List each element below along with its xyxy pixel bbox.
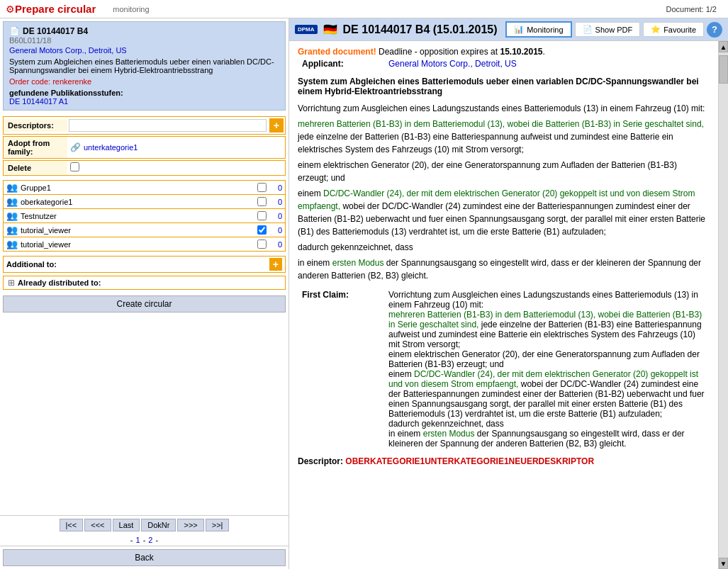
last-button[interactable]: Last [113, 519, 140, 531]
fc-para-1: Vorrichtung zum Ausgleichen eines Ladung… [388, 290, 705, 310]
applicant-link[interactable]: General Motors Corp., Detroit, US [388, 59, 517, 69]
first-page-button[interactable]: |<< [60, 519, 84, 531]
fc-para-2: mehreren Batterien (B1-B3) in dem Batter… [388, 310, 705, 349]
group-count-3: 0 [271, 226, 282, 235]
period-after-date: . [543, 47, 545, 57]
group-check-0[interactable] [257, 183, 267, 192]
expand-icon[interactable]: ⊞ [8, 278, 15, 288]
scroll-up-button[interactable]: ▲ [719, 41, 728, 52]
group-row-4: 👥 tutorial_viewer 0 [4, 237, 285, 251]
groups-table: 👥 Gruppe1 0 👥 oberkategorie1 0 👥 Testnut… [3, 180, 286, 252]
fc-dcdc-highlight: DC/DC-Wandler (24), der mit dem elektris… [388, 369, 698, 389]
group-icon-1: 👥 [6, 196, 18, 207]
dcdc-highlight: DC/DC-Wandler (24), der mit dem elektris… [298, 188, 695, 211]
main-container: ⚙ Prepare circular monitoring Document: … [0, 0, 728, 569]
body-split: 📄 DE 10144017 B4 B60L011/18 General Moto… [0, 18, 728, 569]
patent-card-title: 📄 DE 10144017 B4 [9, 26, 279, 36]
first-claim-content: Vorrichtung zum Ausgleichen eines Ladung… [386, 289, 708, 449]
first-claim-row: First Claim: Vorrichtung zum Ausgleichen… [299, 289, 708, 449]
company-link[interactable]: General Motors Corp., Detroit, US [9, 46, 279, 55]
body-para-3: einem elektrischen Generator (20), der e… [298, 159, 710, 184]
group-icon-3: 👥 [6, 225, 18, 235]
delete-check-area [67, 161, 285, 175]
favourite-button[interactable]: ⭐ Favourite [643, 22, 704, 37]
app-title: Prepare circular [15, 3, 96, 15]
page-sep-dash3: - [155, 536, 158, 544]
order-code-row: Order code: renkerenke [9, 77, 279, 86]
group-check-2[interactable] [257, 211, 267, 220]
deadline-date: 15.10.2015 [500, 47, 542, 57]
app-header: ⚙ Prepare circular monitoring Document: … [0, 0, 728, 18]
fc-para-4: einem DC/DC-Wandler (24), der mit dem el… [388, 369, 705, 419]
adopt-row: Adopt from family: 🔗 unterkategorie1 [3, 136, 286, 159]
pdf-icon: 📄 [583, 25, 593, 34]
descriptors-input-area [67, 118, 268, 133]
additional-to-label: Additional to: [6, 260, 269, 269]
monitoring-button[interactable]: 📊 Monitoring [505, 21, 571, 38]
prev-page-button[interactable]: <<< [84, 519, 111, 531]
fav-label: Favourite [663, 26, 696, 34]
descriptors-row: Descriptors: + [3, 116, 286, 135]
group-count-0: 0 [271, 184, 282, 192]
gear-icon: ⚙ [6, 4, 15, 15]
patent-number: DE 10144017 B4 [23, 26, 88, 36]
descriptor-label: Descriptor: [298, 456, 343, 466]
scroll-thumb[interactable] [719, 55, 728, 84]
back-button[interactable]: Back [3, 549, 286, 566]
right-content: Granted document! Deadline - opposition … [289, 41, 718, 569]
help-button[interactable]: ? [707, 22, 722, 38]
right-with-scroll: Granted document! Deadline - opposition … [289, 41, 728, 569]
doknr-button[interactable]: DokNr [141, 519, 176, 531]
applicant-value: General Motors Corp., Detroit, US [386, 58, 708, 69]
right-header: DPMA 🇩🇪 DE 10144017 B4 (15.01.2015) 📊 Mo… [289, 18, 728, 41]
next-page-button[interactable]: >>> [177, 519, 203, 531]
group-icon-4: 👥 [6, 239, 18, 249]
group-count-4: 0 [271, 240, 282, 249]
right-panel-wrapper: DPMA 🇩🇪 DE 10144017 B4 (15.01.2015) 📊 Mo… [289, 18, 728, 569]
fc-para-3: einem elektrischen Generator (20), der e… [388, 349, 705, 369]
descriptors-add-button[interactable]: + [269, 118, 284, 133]
back-btn-row: Back [0, 546, 289, 569]
patent-card: 📄 DE 10144017 B4 B60L011/18 General Moto… [3, 21, 286, 111]
group-name-3: tutorial_viewer [21, 226, 253, 235]
pagination-row: |<< <<< Last DokNr >>> >>| [0, 515, 289, 534]
monitoring-label: Monitoring [527, 26, 563, 34]
deadline-text: Deadline - opposition expires at [379, 47, 500, 57]
page-sep-dash1: - [130, 536, 133, 544]
show-pdf-button[interactable]: 📄 Show PDF [575, 22, 641, 37]
group-icon-0: 👥 [6, 182, 18, 193]
distributed-row: ⊞ Already distributed to: [3, 276, 286, 290]
page-1-link[interactable]: 1 [136, 536, 140, 544]
group-check-3[interactable] [257, 225, 267, 235]
create-btn-row: Create circular [0, 291, 289, 317]
delete-label: Delete [4, 162, 67, 174]
additional-add-button[interactable]: + [269, 258, 282, 271]
granted-label: Granted document! [298, 47, 376, 57]
adopt-link-area: 🔗 unterkategorie1 [67, 141, 285, 154]
dpma-logo: DPMA [295, 25, 318, 34]
order-code-val: renke [72, 77, 92, 86]
additional-to-row: Additional to: + [3, 256, 286, 273]
pub-link[interactable]: DE 10144017 A1 [9, 97, 279, 106]
flag-icon: 🇩🇪 [323, 23, 337, 36]
right-panel-title: DE 10144017 B4 (15.01.2015) [343, 23, 500, 36]
patent-description: System zum Abgleichen eines Batteriemodu… [9, 57, 279, 74]
group-check-1[interactable] [257, 197, 267, 206]
doc-title: System zum Abgleichen eines Batteriemodu… [298, 77, 710, 96]
page-2-link[interactable]: 2 [148, 536, 152, 544]
app-subtitle: monitoring [96, 5, 149, 13]
adopt-label: Adopt from family: [4, 137, 67, 158]
info-table: Applicant: General Motors Corp., Detroit… [298, 57, 710, 71]
group-row-0: 👥 Gruppe1 0 [4, 181, 285, 195]
group-name-4: tutorial_viewer [21, 240, 253, 249]
adopt-link[interactable]: unterkategorie1 [84, 143, 138, 152]
descriptors-input[interactable] [69, 119, 267, 132]
group-check-4[interactable] [257, 240, 267, 249]
last-page-button[interactable]: >>| [206, 519, 230, 531]
descriptor-bottom: Descriptor: OBERKATEGORIE1UNTERKATEGORIE… [298, 456, 710, 466]
fc-highlight-2: mehreren Batterien (B1-B3) in dem Batter… [388, 310, 702, 329]
create-circular-button[interactable]: Create circular [3, 295, 286, 312]
scroll-down-button[interactable]: ▼ [719, 558, 728, 569]
vertical-scrollbar[interactable]: ▲ ▼ [718, 41, 728, 569]
delete-checkbox[interactable] [70, 162, 79, 171]
